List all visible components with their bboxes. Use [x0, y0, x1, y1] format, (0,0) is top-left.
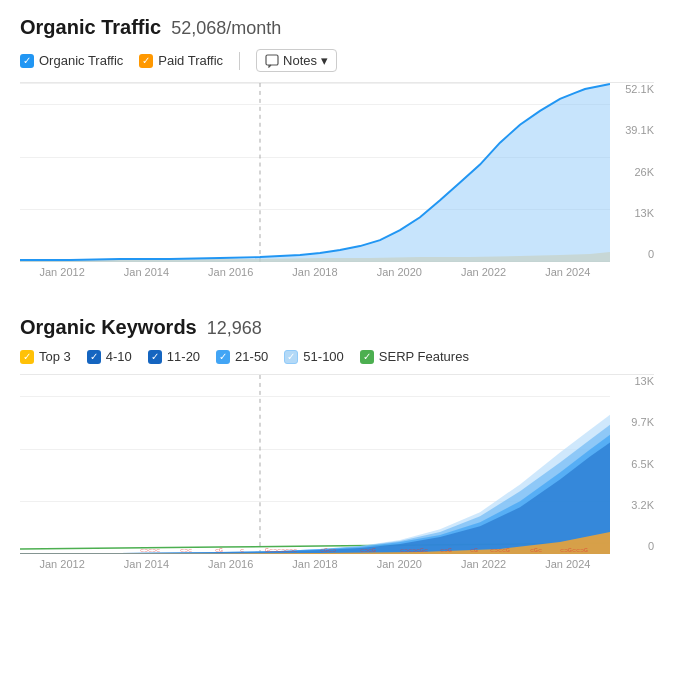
organic-label: Organic Traffic: [39, 53, 123, 68]
organic-traffic-chart: 0 13K 26K 39.1K 52.1K Jan 2012 Jan 2014 …: [20, 82, 654, 292]
legend-item-paid[interactable]: ✓ Paid Traffic: [139, 53, 223, 68]
organic-keywords-header: Organic Keywords 12,968: [20, 316, 654, 339]
paid-label: Paid Traffic: [158, 53, 223, 68]
x-label-1: Jan 2014: [104, 266, 188, 278]
organic-checkbox[interactable]: ✓: [20, 54, 34, 68]
legend-4-10[interactable]: ✓ 4-10: [87, 349, 132, 364]
x-label-2: Jan 2016: [189, 266, 273, 278]
legend-11-20[interactable]: ✓ 11-20: [148, 349, 200, 364]
legend-serp[interactable]: ✓ SERP Features: [360, 349, 469, 364]
x-label-6: Jan 2024: [526, 266, 610, 278]
4-10-checkbox[interactable]: ✓: [87, 350, 101, 364]
kw-x-label-3: Jan 2018: [273, 558, 357, 570]
notes-chevron: ▾: [321, 53, 328, 68]
51-100-label: 51-100: [303, 349, 343, 364]
keywords-chart: ⊂⊃⊂⊃⊂ ⊂⊃⊂ ⊂G ⊂ G⊂⊃⊂⊃⊂⊃⊂ ⊂G⊂⊃ ⊂⊃⊂G ⊂⊃⊂⊃⊂G…: [20, 374, 654, 584]
51-100-checkbox[interactable]: ✓: [284, 350, 298, 364]
notes-label: Notes: [283, 53, 317, 68]
kw-y-label-3: 9.7K: [610, 416, 654, 428]
serp-checkbox[interactable]: ✓: [360, 350, 374, 364]
chart-svg-wrapper: [20, 83, 610, 262]
legend-51-100[interactable]: ✓ 51-100: [284, 349, 343, 364]
kw-x-label-6: Jan 2024: [526, 558, 610, 570]
kw-y-label-0: 0: [610, 540, 654, 552]
keywords-svg-wrapper: ⊂⊃⊂⊃⊂ ⊂⊃⊂ ⊂G ⊂ G⊂⊃⊂⊃⊂⊃⊂ ⊂G⊂⊃ ⊂⊃⊂G ⊂⊃⊂⊃⊂G…: [20, 375, 610, 554]
legend-divider: [239, 52, 240, 70]
x-axis-traffic: Jan 2012 Jan 2014 Jan 2016 Jan 2018 Jan …: [20, 262, 610, 292]
11-20-checkbox[interactable]: ✓: [148, 350, 162, 364]
notes-icon: [265, 54, 279, 68]
kw-x-label-1: Jan 2014: [104, 558, 188, 570]
4-10-label: 4-10: [106, 349, 132, 364]
organic-traffic-section: Organic Traffic 52,068/month ✓ Organic T…: [20, 16, 654, 292]
top3-checkbox[interactable]: ✓: [20, 350, 34, 364]
kw-x-label-5: Jan 2022: [441, 558, 525, 570]
organic-keywords-title: Organic Keywords: [20, 316, 197, 339]
kw-y-label-1: 3.2K: [610, 499, 654, 511]
top3-label: Top 3: [39, 349, 71, 364]
y-label-1: 13K: [610, 207, 654, 219]
y-axis-keywords: 0 3.2K 6.5K 9.7K 13K: [610, 375, 654, 554]
y-axis-traffic: 0 13K 26K 39.1K 52.1K: [610, 83, 654, 262]
y-label-0: 0: [610, 248, 654, 260]
organic-traffic-legend: ✓ Organic Traffic ✓ Paid Traffic Notes ▾: [20, 49, 654, 72]
keywords-svg: ⊂⊃⊂⊃⊂ ⊂⊃⊂ ⊂G ⊂ G⊂⊃⊂⊃⊂⊃⊂ ⊂G⊂⊃ ⊂⊃⊂G ⊂⊃⊂⊃⊂G…: [20, 375, 610, 554]
x-label-3: Jan 2018: [273, 266, 357, 278]
y-label-2: 26K: [610, 166, 654, 178]
y-label-4: 52.1K: [610, 83, 654, 95]
kw-y-label-2: 6.5K: [610, 458, 654, 470]
notes-button[interactable]: Notes ▾: [256, 49, 337, 72]
organic-keywords-section: Organic Keywords 12,968 ✓ Top 3 ✓ 4-10 ✓…: [20, 316, 654, 584]
21-50-label: 21-50: [235, 349, 268, 364]
x-axis-keywords: Jan 2012 Jan 2014 Jan 2016 Jan 2018 Jan …: [20, 554, 610, 584]
11-20-label: 11-20: [167, 349, 200, 364]
serp-label: SERP Features: [379, 349, 469, 364]
organic-keywords-value: 12,968: [207, 318, 262, 339]
keywords-legend: ✓ Top 3 ✓ 4-10 ✓ 11-20 ✓ 21-50 ✓ 51-100 …: [20, 349, 654, 364]
svg-rect-0: [266, 55, 278, 65]
traffic-svg: [20, 83, 610, 262]
kw-x-label-2: Jan 2016: [189, 558, 273, 570]
x-label-0: Jan 2012: [20, 266, 104, 278]
kw-x-label-0: Jan 2012: [20, 558, 104, 570]
x-label-5: Jan 2022: [441, 266, 525, 278]
kw-x-label-4: Jan 2020: [357, 558, 441, 570]
legend-21-50[interactable]: ✓ 21-50: [216, 349, 268, 364]
x-label-4: Jan 2020: [357, 266, 441, 278]
organic-traffic-header: Organic Traffic 52,068/month: [20, 16, 654, 39]
21-50-checkbox[interactable]: ✓: [216, 350, 230, 364]
legend-top3[interactable]: ✓ Top 3: [20, 349, 71, 364]
y-label-3: 39.1K: [610, 124, 654, 136]
organic-traffic-value: 52,068/month: [171, 18, 281, 39]
paid-checkbox[interactable]: ✓: [139, 54, 153, 68]
organic-traffic-title: Organic Traffic: [20, 16, 161, 39]
legend-item-organic[interactable]: ✓ Organic Traffic: [20, 53, 123, 68]
kw-y-label-4: 13K: [610, 375, 654, 387]
